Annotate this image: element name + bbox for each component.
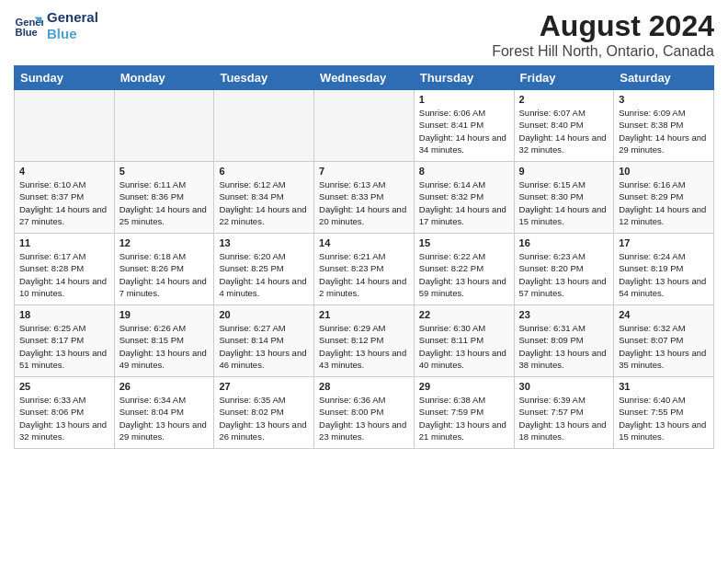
day-number: 21: [319, 309, 409, 320]
day-number: 31: [619, 381, 709, 392]
day-info: Sunrise: 6:40 AMSunset: 7:55 PMDaylight:…: [619, 394, 709, 442]
calendar-day-header: Tuesday: [214, 66, 314, 90]
day-info: Sunrise: 6:22 AMSunset: 8:22 PMDaylight:…: [419, 250, 509, 299]
day-number: 7: [319, 166, 409, 177]
day-number: 2: [519, 94, 609, 105]
day-info: Sunrise: 6:18 AMSunset: 8:26 PMDaylight:…: [119, 250, 210, 299]
day-number: 26: [119, 381, 210, 392]
day-number: 5: [119, 166, 210, 177]
calendar-cell: 6Sunrise: 6:12 AMSunset: 8:34 PMDaylight…: [214, 162, 314, 234]
day-number: 29: [419, 381, 509, 392]
day-info: Sunrise: 6:21 AMSunset: 8:23 PMDaylight:…: [319, 250, 409, 299]
calendar: SundayMondayTuesdayWednesdayThursdayFrid…: [14, 65, 714, 449]
logo-line1: General: [47, 9, 98, 26]
logo-line2: Blue: [47, 26, 98, 42]
day-number: 6: [219, 166, 309, 177]
day-info: Sunrise: 6:16 AMSunset: 8:29 PMDaylight:…: [619, 178, 709, 227]
day-info: Sunrise: 6:06 AMSunset: 8:41 PMDaylight:…: [419, 107, 509, 155]
day-number: 24: [619, 309, 709, 320]
day-info: Sunrise: 6:36 AMSunset: 8:00 PMDaylight:…: [319, 394, 409, 442]
calendar-cell: 9Sunrise: 6:15 AMSunset: 8:30 PMDaylight…: [514, 162, 614, 234]
calendar-cell: 17Sunrise: 6:24 AMSunset: 8:19 PMDayligh…: [614, 234, 714, 305]
page-header: General Blue General Blue August 2024 Fo…: [14, 9, 714, 60]
title-block: August 2024 Forest Hill North, Ontario, …: [492, 9, 714, 60]
day-info: Sunrise: 6:32 AMSunset: 8:07 PMDaylight:…: [619, 322, 709, 371]
day-number: 14: [319, 237, 409, 248]
calendar-week-row: 25Sunrise: 6:33 AMSunset: 8:06 PMDayligh…: [15, 377, 714, 449]
calendar-cell: 8Sunrise: 6:14 AMSunset: 8:32 PMDaylight…: [414, 162, 514, 234]
calendar-cell: 22Sunrise: 6:30 AMSunset: 8:11 PMDayligh…: [414, 305, 514, 377]
svg-text:Blue: Blue: [16, 27, 38, 38]
day-number: 3: [619, 94, 709, 105]
day-info: Sunrise: 6:34 AMSunset: 8:04 PMDaylight:…: [119, 394, 210, 442]
day-info: Sunrise: 6:31 AMSunset: 8:09 PMDaylight:…: [519, 322, 609, 371]
day-info: Sunrise: 6:17 AMSunset: 8:28 PMDaylight:…: [19, 250, 109, 299]
day-info: Sunrise: 6:26 AMSunset: 8:15 PMDaylight:…: [119, 322, 210, 371]
calendar-cell: 11Sunrise: 6:17 AMSunset: 8:28 PMDayligh…: [15, 234, 115, 305]
calendar-cell: 18Sunrise: 6:25 AMSunset: 8:17 PMDayligh…: [15, 305, 115, 377]
day-info: Sunrise: 6:29 AMSunset: 8:12 PMDaylight:…: [319, 322, 409, 371]
calendar-header-row: SundayMondayTuesdayWednesdayThursdayFrid…: [15, 66, 714, 90]
day-info: Sunrise: 6:10 AMSunset: 8:37 PMDaylight:…: [19, 178, 109, 227]
calendar-cell: 7Sunrise: 6:13 AMSunset: 8:33 PMDaylight…: [314, 162, 415, 234]
calendar-cell: 14Sunrise: 6:21 AMSunset: 8:23 PMDayligh…: [314, 234, 415, 305]
logo-icon: General Blue: [14, 11, 43, 40]
day-info: Sunrise: 6:30 AMSunset: 8:11 PMDaylight:…: [419, 322, 509, 371]
day-info: Sunrise: 6:24 AMSunset: 8:19 PMDaylight:…: [619, 250, 709, 299]
day-info: Sunrise: 6:23 AMSunset: 8:20 PMDaylight:…: [519, 250, 609, 299]
day-number: 9: [519, 166, 609, 177]
calendar-cell: 30Sunrise: 6:39 AMSunset: 7:57 PMDayligh…: [514, 377, 614, 449]
calendar-cell: 25Sunrise: 6:33 AMSunset: 8:06 PMDayligh…: [15, 377, 115, 449]
day-info: Sunrise: 6:11 AMSunset: 8:36 PMDaylight:…: [119, 178, 210, 227]
day-number: 23: [519, 309, 609, 320]
day-number: 19: [119, 309, 210, 320]
day-info: Sunrise: 6:15 AMSunset: 8:30 PMDaylight:…: [519, 178, 609, 227]
day-number: 18: [19, 309, 109, 320]
day-number: 25: [19, 381, 109, 392]
calendar-cell: 27Sunrise: 6:35 AMSunset: 8:02 PMDayligh…: [214, 377, 314, 449]
day-info: Sunrise: 6:35 AMSunset: 8:02 PMDaylight:…: [219, 394, 309, 442]
calendar-cell: 31Sunrise: 6:40 AMSunset: 7:55 PMDayligh…: [614, 377, 714, 449]
day-info: Sunrise: 6:39 AMSunset: 7:57 PMDaylight:…: [519, 394, 609, 442]
day-info: Sunrise: 6:33 AMSunset: 8:06 PMDaylight:…: [19, 394, 109, 442]
calendar-week-row: 4Sunrise: 6:10 AMSunset: 8:37 PMDaylight…: [15, 162, 714, 234]
calendar-cell: 13Sunrise: 6:20 AMSunset: 8:25 PMDayligh…: [214, 234, 314, 305]
day-number: 28: [319, 381, 409, 392]
calendar-cell: 29Sunrise: 6:38 AMSunset: 7:59 PMDayligh…: [414, 377, 514, 449]
day-number: 16: [519, 237, 609, 248]
day-info: Sunrise: 6:09 AMSunset: 8:38 PMDaylight:…: [619, 107, 709, 155]
logo: General Blue General Blue: [14, 9, 98, 42]
calendar-week-row: 11Sunrise: 6:17 AMSunset: 8:28 PMDayligh…: [15, 234, 714, 305]
calendar-cell: 20Sunrise: 6:27 AMSunset: 8:14 PMDayligh…: [214, 305, 314, 377]
calendar-cell: 24Sunrise: 6:32 AMSunset: 8:07 PMDayligh…: [614, 305, 714, 377]
calendar-week-row: 18Sunrise: 6:25 AMSunset: 8:17 PMDayligh…: [15, 305, 714, 377]
calendar-cell: 26Sunrise: 6:34 AMSunset: 8:04 PMDayligh…: [114, 377, 214, 449]
day-info: Sunrise: 6:25 AMSunset: 8:17 PMDaylight:…: [19, 322, 109, 371]
day-info: Sunrise: 6:14 AMSunset: 8:32 PMDaylight:…: [419, 178, 509, 227]
calendar-day-header: Wednesday: [314, 66, 415, 90]
day-info: Sunrise: 6:12 AMSunset: 8:34 PMDaylight:…: [219, 178, 309, 227]
calendar-cell: 28Sunrise: 6:36 AMSunset: 8:00 PMDayligh…: [314, 377, 415, 449]
day-number: 20: [219, 309, 309, 320]
calendar-cell: 1Sunrise: 6:06 AMSunset: 8:41 PMDaylight…: [414, 90, 514, 162]
calendar-cell: 16Sunrise: 6:23 AMSunset: 8:20 PMDayligh…: [514, 234, 614, 305]
day-number: 30: [519, 381, 609, 392]
main-title: August 2024: [492, 9, 714, 43]
calendar-week-row: 1Sunrise: 6:06 AMSunset: 8:41 PMDaylight…: [15, 90, 714, 162]
day-info: Sunrise: 6:38 AMSunset: 7:59 PMDaylight:…: [419, 394, 509, 442]
calendar-cell: [214, 90, 314, 162]
day-info: Sunrise: 6:20 AMSunset: 8:25 PMDaylight:…: [219, 250, 309, 299]
day-number: 10: [619, 166, 709, 177]
day-number: 27: [219, 381, 309, 392]
day-info: Sunrise: 6:07 AMSunset: 8:40 PMDaylight:…: [519, 107, 609, 155]
calendar-cell: 5Sunrise: 6:11 AMSunset: 8:36 PMDaylight…: [114, 162, 214, 234]
calendar-cell: [15, 90, 115, 162]
day-number: 11: [19, 237, 109, 248]
calendar-cell: 12Sunrise: 6:18 AMSunset: 8:26 PMDayligh…: [114, 234, 214, 305]
calendar-cell: 3Sunrise: 6:09 AMSunset: 8:38 PMDaylight…: [614, 90, 714, 162]
calendar-day-header: Sunday: [15, 66, 115, 90]
calendar-cell: [314, 90, 415, 162]
calendar-cell: 4Sunrise: 6:10 AMSunset: 8:37 PMDaylight…: [15, 162, 115, 234]
calendar-cell: 10Sunrise: 6:16 AMSunset: 8:29 PMDayligh…: [614, 162, 714, 234]
calendar-cell: 21Sunrise: 6:29 AMSunset: 8:12 PMDayligh…: [314, 305, 415, 377]
